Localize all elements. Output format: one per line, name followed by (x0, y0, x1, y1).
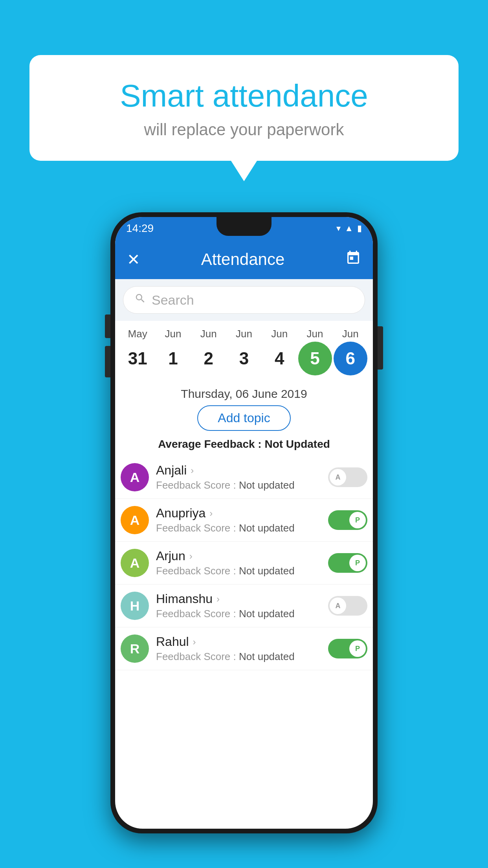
toggle-rahul[interactable]: P (328, 639, 367, 658)
date-3[interactable]: 3 (227, 342, 261, 375)
chevron-icon: › (191, 465, 194, 476)
toggle-knob-himanshu: A (330, 598, 346, 614)
date-5-selected[interactable]: 5 (298, 342, 332, 375)
student-name-arjun: Arjun › (156, 549, 321, 563)
toggle-anjali[interactable]: A (328, 467, 367, 487)
toggle-knob-anupriya: P (349, 512, 366, 528)
phone-frame: 14:29 ▾ ▲ ▮ ✕ Attendance (110, 212, 378, 833)
toggle-knob-anjali: A (330, 469, 346, 485)
chevron-icon: › (209, 508, 213, 519)
date-1[interactable]: 1 (156, 342, 190, 375)
side-button-volume-down (105, 346, 110, 377)
notch (216, 217, 272, 236)
wifi-icon: ▾ (336, 223, 341, 234)
calendar-row: May Jun Jun Jun Jun Jun Jun 31 1 2 3 4 5… (115, 321, 373, 381)
feedback-himanshu: Feedback Score : Not updated (156, 608, 321, 620)
signal-icon: ▲ (345, 223, 353, 234)
content-area: Thursday, 06 June 2019 Add topic Average… (115, 381, 373, 451)
feedback-anupriya: Feedback Score : Not updated (156, 522, 321, 534)
speech-bubble: Smart attendance will replace your paper… (29, 55, 459, 161)
chevron-icon: › (189, 551, 193, 562)
chevron-icon: › (216, 594, 220, 605)
student-name-anupriya: Anupriya › (156, 506, 321, 520)
status-bar: 14:29 ▾ ▲ ▮ (115, 217, 373, 240)
month-jun-4: Jun (262, 328, 296, 340)
avg-feedback-value: Not Updated (264, 438, 330, 450)
avg-feedback-label: Average Feedback : (158, 438, 262, 450)
phone-screen: 14:29 ▾ ▲ ▮ ✕ Attendance (115, 217, 373, 829)
month-may: May (121, 328, 154, 340)
date-4[interactable]: 4 (262, 342, 296, 375)
month-jun-3: Jun (227, 328, 261, 340)
avatar-rahul: R (121, 634, 149, 663)
toggle-anupriya[interactable]: P (328, 510, 367, 530)
student-name-himanshu: Himanshu › (156, 592, 321, 606)
app-bar: ✕ Attendance (115, 240, 373, 279)
feedback-rahul: Feedback Score : Not updated (156, 651, 321, 663)
student-info-arjun: Arjun › Feedback Score : Not updated (156, 549, 321, 577)
selected-date-label: Thursday, 06 June 2019 (123, 381, 365, 405)
date-2[interactable]: 2 (192, 342, 226, 375)
student-item-anupriya[interactable]: A Anupriya › Feedback Score : Not update… (115, 499, 373, 542)
month-row: May Jun Jun Jun Jun Jun Jun (115, 325, 373, 340)
student-name-anjali: Anjali › (156, 463, 321, 478)
student-list: A Anjali › Feedback Score : Not updated … (115, 456, 373, 670)
toggle-himanshu[interactable]: A (328, 596, 367, 616)
date-31[interactable]: 31 (121, 342, 154, 375)
student-name-rahul: Rahul › (156, 634, 321, 649)
status-time: 14:29 (126, 222, 154, 235)
side-button-power (378, 326, 383, 370)
avatar-himanshu: H (121, 592, 149, 620)
bubble-subtitle: will replace your paperwork (49, 120, 439, 139)
toggle-knob-rahul: P (349, 640, 366, 657)
calendar-button[interactable] (345, 250, 361, 269)
student-item-rahul[interactable]: R Rahul › Feedback Score : Not updated P (115, 627, 373, 670)
bubble-title: Smart attendance (49, 79, 439, 113)
student-info-anupriya: Anupriya › Feedback Score : Not updated (156, 506, 321, 534)
month-jun-2: Jun (192, 328, 226, 340)
feedback-arjun: Feedback Score : Not updated (156, 565, 321, 577)
search-input[interactable]: Search (152, 292, 194, 308)
chevron-icon: › (193, 636, 196, 647)
feedback-anjali: Feedback Score : Not updated (156, 479, 321, 491)
month-jun-6: Jun (334, 328, 367, 340)
app-title: Attendance (201, 250, 285, 269)
average-feedback: Average Feedback : Not Updated (123, 438, 365, 451)
student-info-anjali: Anjali › Feedback Score : Not updated (156, 463, 321, 491)
month-jun-5: Jun (298, 328, 332, 340)
search-bar-container: Search (115, 279, 373, 321)
avatar-anupriya: A (121, 506, 149, 534)
close-button[interactable]: ✕ (127, 250, 140, 268)
month-jun-1: Jun (156, 328, 190, 340)
status-icons: ▾ ▲ ▮ (336, 223, 362, 234)
avatar-arjun: A (121, 549, 149, 577)
side-button-volume-up (105, 314, 110, 338)
student-info-himanshu: Himanshu › Feedback Score : Not updated (156, 592, 321, 620)
student-item-himanshu[interactable]: H Himanshu › Feedback Score : Not update… (115, 585, 373, 627)
date-6-today[interactable]: 6 (334, 342, 367, 375)
student-info-rahul: Rahul › Feedback Score : Not updated (156, 634, 321, 663)
toggle-knob-arjun: P (349, 555, 366, 571)
toggle-arjun[interactable]: P (328, 553, 367, 573)
search-bar[interactable]: Search (123, 286, 365, 314)
search-icon (134, 292, 146, 307)
add-topic-button[interactable]: Add topic (197, 405, 290, 431)
date-row: 31 1 2 3 4 5 6 (115, 340, 373, 381)
student-item-anjali[interactable]: A Anjali › Feedback Score : Not updated … (115, 456, 373, 499)
battery-icon: ▮ (357, 223, 362, 234)
student-item-arjun[interactable]: A Arjun › Feedback Score : Not updated P (115, 542, 373, 585)
avatar-anjali: A (121, 463, 149, 491)
